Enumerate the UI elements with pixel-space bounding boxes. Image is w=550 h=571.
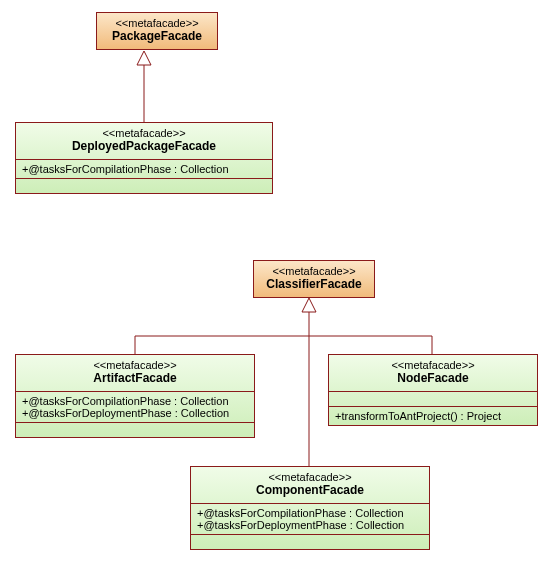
class-deployed-package-facade: <<metafacade>> DeployedPackageFacade +@t… [15, 122, 273, 194]
attributes-compartment: +@tasksForCompilationPhase : Collection [16, 160, 272, 179]
svg-marker-2 [302, 298, 316, 312]
class-name: ComponentFacade [197, 483, 423, 497]
attribute: +@tasksForDeploymentPhase : Collection [197, 519, 423, 531]
class-name: DeployedPackageFacade [22, 139, 266, 153]
stereotype-label: <<metafacade>> [22, 359, 248, 371]
stereotype-label: <<metafacade>> [22, 127, 266, 139]
class-header: <<metafacade>> DeployedPackageFacade [16, 123, 272, 160]
class-name: ArtifactFacade [22, 371, 248, 385]
class-package-facade: <<metafacade>> PackageFacade [96, 12, 218, 50]
class-name: ClassifierFacade [260, 277, 368, 291]
uml-canvas: <<metafacade>> PackageFacade <<metafacad… [0, 0, 550, 571]
operations-compartment [16, 423, 254, 437]
attributes-compartment: +@tasksForCompilationPhase : Collection … [16, 392, 254, 423]
attributes-compartment [329, 392, 537, 407]
class-artifact-facade: <<metafacade>> ArtifactFacade +@tasksFor… [15, 354, 255, 438]
class-header: <<metafacade>> ArtifactFacade [16, 355, 254, 392]
stereotype-label: <<metafacade>> [103, 17, 211, 29]
svg-marker-0 [137, 51, 151, 65]
class-name: NodeFacade [335, 371, 531, 385]
attribute: +@tasksForCompilationPhase : Collection [22, 163, 266, 175]
operation: +transformToAntProject() : Project [335, 410, 531, 422]
class-node-facade: <<metafacade>> NodeFacade +transformToAn… [328, 354, 538, 426]
attributes-compartment: +@tasksForCompilationPhase : Collection … [191, 504, 429, 535]
class-classifier-facade: <<metafacade>> ClassifierFacade [253, 260, 375, 298]
stereotype-label: <<metafacade>> [260, 265, 368, 277]
attribute: +@tasksForCompilationPhase : Collection [22, 395, 248, 407]
class-header: <<metafacade>> NodeFacade [329, 355, 537, 392]
attribute: +@tasksForCompilationPhase : Collection [197, 507, 423, 519]
class-component-facade: <<metafacade>> ComponentFacade +@tasksFo… [190, 466, 430, 550]
attribute: +@tasksForDeploymentPhase : Collection [22, 407, 248, 419]
operations-compartment [16, 179, 272, 193]
stereotype-label: <<metafacade>> [335, 359, 531, 371]
class-name: PackageFacade [103, 29, 211, 43]
class-header: <<metafacade>> ComponentFacade [191, 467, 429, 504]
operations-compartment [191, 535, 429, 549]
stereotype-label: <<metafacade>> [197, 471, 423, 483]
operations-compartment: +transformToAntProject() : Project [329, 407, 537, 425]
generalization-deployedpackage-to-package [137, 51, 151, 122]
class-header: <<metafacade>> PackageFacade [97, 13, 217, 49]
class-header: <<metafacade>> ClassifierFacade [254, 261, 374, 297]
